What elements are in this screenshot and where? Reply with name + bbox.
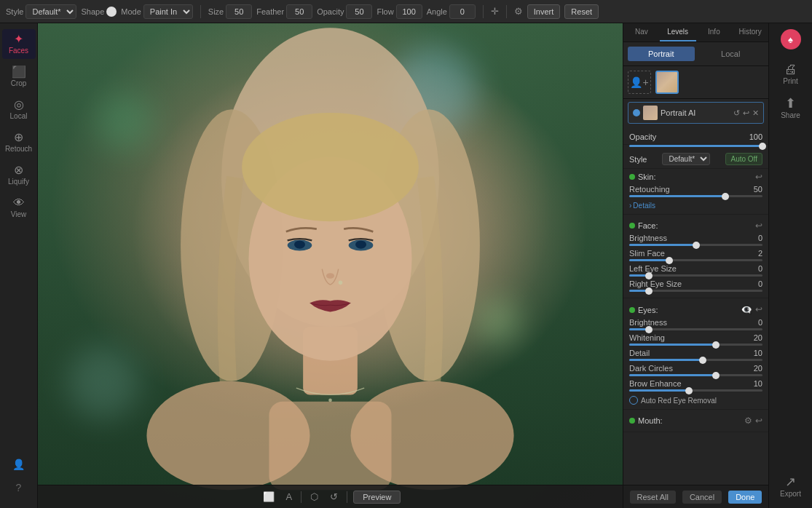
retouching-track[interactable]	[629, 195, 762, 197]
sep3	[506, 5, 507, 18]
size-input[interactable]	[226, 4, 252, 19]
face-brightness-thumb[interactable]	[693, 242, 700, 249]
eyes-brightness-value: 0	[745, 318, 762, 327]
slim-face-label: Slim Face	[629, 249, 665, 258]
share-button[interactable]: ⬆ Share	[771, 92, 811, 124]
tab-nav[interactable]: Nav	[623, 23, 660, 41]
tab-history[interactable]: History	[732, 23, 768, 41]
face-header: Face: ↩	[629, 221, 762, 231]
tab-info[interactable]: Info	[696, 23, 733, 41]
slim-face-thumb[interactable]	[666, 257, 673, 264]
dark-circles-thumb[interactable]	[712, 372, 720, 379]
local-view-button[interactable]: Local	[698, 47, 765, 61]
invert-button[interactable]: Invert	[527, 4, 561, 19]
left-eye-track[interactable]	[629, 274, 762, 277]
canvas-area[interactable]: ⬜ A ⬡ ↺ Preview	[38, 23, 623, 508]
help-icon[interactable]: ?	[13, 479, 25, 496]
retouching-row: Retouching 50	[629, 185, 762, 194]
retouch-label: Retouch	[5, 145, 32, 153]
tab-levels[interactable]: Levels	[660, 23, 696, 41]
profile-avatar: ♠	[781, 29, 801, 49]
sidebar-tool-view[interactable]: 👁 View	[2, 193, 36, 223]
feather-group: Feather	[256, 4, 312, 19]
layer-close-icon[interactable]: ✕	[752, 108, 759, 118]
sidebar-tool-crop[interactable]: ⬛ Crop	[2, 62, 36, 92]
print-button[interactable]: 🖨 Print	[771, 58, 811, 90]
reset-button[interactable]: Reset	[564, 4, 599, 19]
left-eye-thumb[interactable]	[645, 272, 653, 279]
feather-input[interactable]	[286, 4, 312, 19]
skin-undo-icon[interactable]: ↩	[755, 172, 762, 182]
portrait-view-button[interactable]: Portrait	[628, 47, 695, 61]
brow-enhance-thumb[interactable]	[685, 387, 693, 394]
sidebar-tool-liquify[interactable]: ⊗ Liquify	[2, 160, 36, 190]
mouth-section: Mouth: ⚙ ↩	[623, 413, 768, 432]
face-thumbnail[interactable]	[655, 71, 679, 94]
face-brightness-value: 0	[745, 234, 762, 242]
local-label: Local	[10, 112, 28, 120]
slim-face-slider	[629, 259, 762, 261]
right-eye-track[interactable]	[629, 290, 762, 292]
slim-face-fill	[629, 259, 669, 261]
opacity-slider-thumb[interactable]	[759, 143, 766, 150]
detail-track[interactable]	[629, 359, 762, 361]
details-toggle[interactable]: › Details	[629, 200, 762, 211]
opacity-slider-track[interactable]	[629, 145, 762, 147]
view-toggle: Portrait Local	[623, 42, 768, 66]
eye-visibility-icon[interactable]: 👁‍🗨	[741, 304, 752, 315]
svg-point-12	[328, 399, 332, 402]
rotate-icon[interactable]: ↺	[327, 490, 341, 504]
sidebar-bottom: 👤 ?	[9, 456, 28, 502]
dark-circles-slider	[629, 374, 762, 376]
portrait-background	[38, 23, 623, 508]
right-eye-thumb[interactable]	[645, 287, 653, 295]
style-row: Style Default* Auto Off	[623, 150, 768, 169]
auto-off-button[interactable]: Auto Off	[725, 153, 762, 165]
crosshair-icon[interactable]: ✛	[491, 6, 499, 17]
detail-fill	[629, 359, 703, 361]
panel-scroll-area[interactable]: Opacity 100 Style Default* Auto Off	[623, 127, 768, 485]
layer-reset-icon[interactable]: ↺	[733, 108, 740, 118]
eyes-brightness-track[interactable]	[629, 328, 762, 330]
brow-enhance-track[interactable]	[629, 389, 762, 392]
style-row-select[interactable]: Default*	[662, 153, 710, 165]
layer-undo-icon[interactable]: ↩	[743, 108, 749, 118]
cancel-button[interactable]: Cancel	[682, 491, 722, 504]
style-select[interactable]: Default*	[25, 4, 76, 19]
whitening-track[interactable]	[629, 344, 762, 346]
mode-select[interactable]: Paint In	[143, 4, 193, 19]
opacity-input[interactable]	[346, 4, 372, 19]
preview-button[interactable]: Preview	[353, 491, 401, 504]
slim-face-track[interactable]	[629, 259, 762, 261]
faces-label: Faces	[9, 47, 28, 55]
compare-icon[interactable]: ⬡	[307, 490, 321, 504]
sidebar-tool-faces[interactable]: ✦ Faces	[2, 29, 36, 59]
people-icon[interactable]: 👤	[9, 456, 28, 473]
before-after-icon[interactable]: ⬜	[260, 490, 277, 504]
detail-thumb[interactable]	[699, 357, 706, 364]
dark-circles-track[interactable]	[629, 374, 762, 376]
done-button[interactable]: Done	[728, 491, 762, 504]
eyes-brightness-thumb[interactable]	[645, 326, 653, 333]
mouth-undo-icon[interactable]: ↩	[755, 416, 762, 426]
sidebar-tool-local[interactable]: ◎ Local	[2, 95, 36, 124]
panel-tabs: Nav Levels Info History	[623, 23, 768, 42]
whitening-thumb[interactable]	[712, 341, 720, 349]
angle-input[interactable]	[449, 4, 476, 19]
auto-red-eye-checkbox[interactable]	[629, 396, 638, 405]
reset-all-button[interactable]: Reset All	[630, 491, 676, 504]
local-icon: ◎	[14, 99, 24, 111]
export-button[interactable]: ↗ Export	[771, 471, 811, 502]
face-undo-icon[interactable]: ↩	[755, 221, 762, 231]
eyes-undo-icon[interactable]: ↩	[755, 304, 762, 315]
gear-icon[interactable]: ⚙	[514, 6, 523, 17]
flow-input[interactable]	[396, 4, 422, 19]
text-overlay-icon[interactable]: A	[283, 490, 296, 504]
retouching-thumb[interactable]	[722, 193, 729, 200]
face-brightness-track[interactable]	[629, 244, 762, 246]
mouth-settings-icon[interactable]: ⚙	[744, 416, 752, 426]
brow-enhance-row: Brow Enhance 10	[629, 379, 762, 388]
left-sidebar: ✦ Faces ⬛ Crop ◎ Local ⊕ Retouch ⊗ Liqui…	[0, 23, 38, 508]
sidebar-tool-retouch[interactable]: ⊕ Retouch	[2, 127, 36, 157]
add-face-button[interactable]: 👤+	[628, 71, 651, 94]
